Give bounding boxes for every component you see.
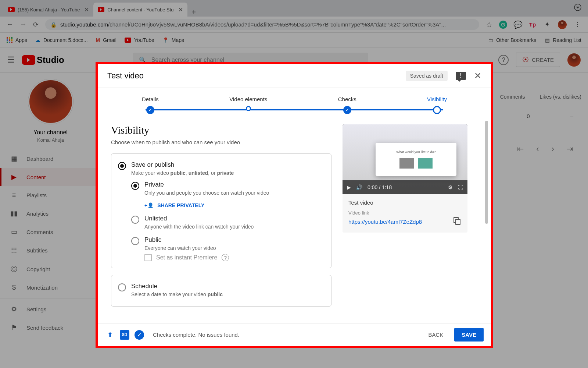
footer-status: Checks complete. No issues found. [153, 332, 239, 338]
radio-save-publish[interactable] [118, 162, 126, 170]
option-description: Only you and people you choose can watch… [144, 190, 269, 196]
premiere-label: Set as instant Premiere [156, 254, 217, 261]
option-title: Save or publish [131, 161, 234, 169]
video-link[interactable]: https://youtu.be/4amI7ZeZdp8 [348, 219, 447, 225]
step-details[interactable]: Details✓ [142, 96, 159, 114]
option-title: Unlisted [144, 215, 254, 222]
draft-badge: Saved as draft [406, 71, 448, 81]
premiere-checkbox[interactable] [144, 254, 152, 261]
option-title: Schedule [131, 283, 223, 290]
share-label: SHARE PRIVATELY [157, 202, 204, 208]
sd-badge-icon: SD [120, 330, 129, 340]
section-description: Choose when to publish and who can see y… [111, 139, 331, 145]
check-complete-icon: ✓ [135, 330, 144, 340]
step-dot-icon: ✓ [343, 106, 351, 114]
option-description: Everyone can watch your video [144, 245, 216, 251]
save-button[interactable]: SAVE [454, 328, 484, 342]
schedule-box: Schedule Select a date to make your vide… [111, 275, 331, 307]
link-label: Video link [348, 210, 462, 216]
play-icon[interactable]: ▶ [347, 184, 351, 190]
step-dot-icon: ✓ [146, 106, 154, 114]
radio-unlisted[interactable] [131, 216, 139, 224]
video-controls: ▶ 🔊 0:00 / 1:18 ⚙ ⛶ [343, 180, 467, 194]
dialog-header: Test video Saved as draft ! ✕ [98, 64, 491, 88]
section-title: Visibility [111, 124, 331, 136]
option-title: Public [144, 236, 216, 244]
option-description: Anyone with the video link can watch you… [144, 224, 254, 230]
save-publish-box: Save or publish Make your video public, … [111, 153, 331, 268]
step-dot-icon [433, 106, 441, 114]
option-description: Select a date to make your video public [131, 291, 223, 297]
feedback-icon[interactable]: ! [456, 72, 466, 80]
volume-icon[interactable]: 🔊 [356, 184, 362, 190]
share-privately-button[interactable]: +👤 SHARE PRIVATELY [144, 202, 325, 208]
copy-icon[interactable] [453, 217, 462, 226]
close-icon[interactable]: ✕ [474, 71, 481, 81]
radio-public[interactable] [131, 237, 139, 245]
scrollbar[interactable] [485, 121, 488, 224]
stepper: Details✓ Video elements Checks✓ Visibili… [98, 88, 491, 121]
settings-icon[interactable]: ⚙ [448, 184, 453, 190]
video-thumbnail[interactable]: What would you like to do? ▶ 🔊 0:00 / 1:… [343, 124, 467, 194]
video-preview: What would you like to do? ▶ 🔊 0:00 / 1:… [343, 124, 467, 233]
upload-dialog: Test video Saved as draft ! ✕ Details✓ V… [96, 62, 493, 348]
step-video-elements[interactable]: Video elements [229, 96, 267, 111]
dialog-footer: ⬆ SD ✓ Checks complete. No issues found.… [98, 323, 491, 346]
preview-title: Test video [348, 199, 462, 206]
upload-status-icon: ⬆ [105, 330, 115, 340]
radio-schedule[interactable] [118, 283, 126, 291]
option-description: Make your video public, unlisted, or pri… [131, 170, 234, 176]
help-icon[interactable]: ? [222, 254, 229, 261]
step-checks[interactable]: Checks✓ [338, 96, 356, 114]
back-button[interactable]: BACK [423, 328, 448, 342]
fullscreen-icon[interactable]: ⛶ [458, 184, 463, 190]
video-time: 0:00 / 1:18 [368, 184, 392, 190]
person-add-icon: +👤 [144, 202, 154, 208]
premiere-row: Set as instant Premiere ? [144, 254, 325, 261]
option-title: Private [144, 181, 269, 188]
radio-private[interactable] [131, 182, 139, 190]
dialog-title: Test video [107, 71, 144, 81]
step-dot-icon [246, 106, 251, 111]
step-visibility[interactable]: Visibility [427, 96, 447, 114]
